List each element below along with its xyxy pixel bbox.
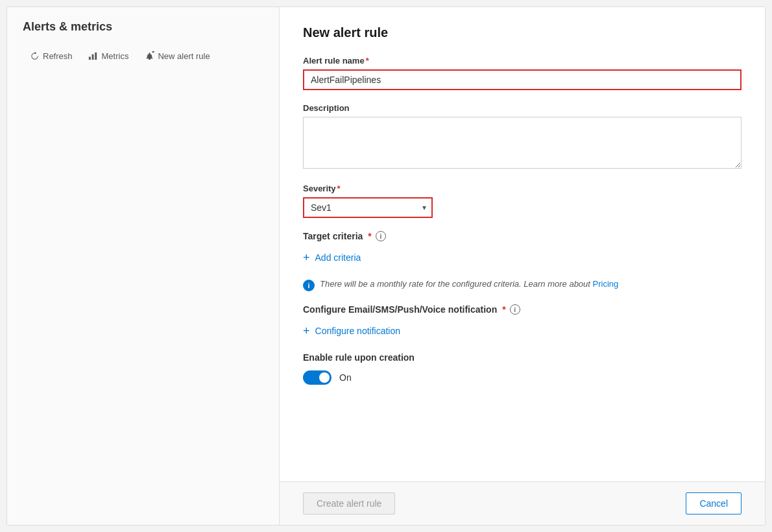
refresh-button[interactable]: Refresh: [23, 47, 79, 65]
svg-rect-1: [92, 54, 94, 59]
sidebar-toolbar: Refresh Metrics: [23, 47, 263, 65]
enable-rule-toggle[interactable]: [303, 370, 332, 385]
required-star-name: *: [366, 56, 369, 66]
alert-rule-name-input[interactable]: [303, 69, 742, 90]
required-star-criteria: *: [368, 231, 371, 241]
panel-footer: Create alert rule Cancel: [280, 481, 765, 525]
notification-info-icon: i: [510, 304, 520, 315]
target-criteria-group: Target criteria * i + Add criteria: [303, 231, 742, 266]
add-criteria-button[interactable]: + Add criteria: [303, 249, 361, 266]
info-banner: i There will be a monthly rate for the c…: [303, 279, 742, 291]
toggle-knob: [319, 372, 330, 383]
plus-icon-criteria: +: [303, 252, 310, 263]
cancel-button[interactable]: Cancel: [686, 492, 742, 514]
add-criteria-label: Add criteria: [315, 252, 361, 263]
info-banner-text: There will be a monthly rate for the con…: [320, 279, 618, 289]
severity-label: Severity*: [303, 184, 742, 193]
severity-select[interactable]: Sev0 Sev1 Sev2 Sev3 Sev4: [303, 197, 433, 218]
alert-rule-name-label: Alert rule name*: [303, 56, 742, 66]
create-alert-rule-button[interactable]: Create alert rule: [303, 492, 395, 514]
sidebar: Alerts & metrics Refresh: [7, 7, 280, 525]
description-textarea[interactable]: [303, 117, 742, 169]
configure-notification-group: Configure Email/SMS/Push/Voice notificat…: [303, 304, 742, 339]
enable-rule-label: Enable rule upon creation: [303, 352, 742, 363]
panel-content: New alert rule Alert rule name* Descript…: [280, 7, 765, 481]
severity-select-wrapper: Sev0 Sev1 Sev2 Sev3 Sev4 ▾: [303, 197, 433, 218]
target-criteria-label: Target criteria * i: [303, 231, 742, 241]
svg-rect-0: [89, 56, 91, 60]
new-alert-label: New alert rule: [158, 51, 210, 61]
metrics-icon: [88, 51, 99, 61]
info-icon: i: [303, 280, 315, 291]
required-star-severity: *: [337, 184, 341, 193]
svg-rect-2: [95, 52, 97, 59]
target-criteria-info-icon: i: [376, 231, 386, 241]
required-star-notification: *: [502, 304, 505, 315]
description-label: Description: [303, 103, 742, 113]
pricing-link[interactable]: Pricing: [593, 279, 619, 289]
toggle-state-label: On: [339, 372, 352, 383]
enable-rule-section: Enable rule upon creation On: [303, 352, 742, 385]
toggle-row: On: [303, 370, 742, 385]
refresh-icon: [29, 51, 40, 61]
refresh-label: Refresh: [43, 51, 73, 61]
svg-rect-4: [152, 51, 153, 53]
panel-title: New alert rule: [303, 25, 742, 40]
new-alert-icon: [144, 51, 154, 61]
plus-icon-notification: +: [303, 325, 310, 337]
metrics-label: Metrics: [102, 51, 129, 61]
new-alert-rule-button[interactable]: New alert rule: [138, 47, 216, 65]
description-group: Description: [303, 103, 742, 171]
metrics-button[interactable]: Metrics: [82, 47, 136, 65]
severity-group: Severity* Sev0 Sev1 Sev2 Sev3 Sev4 ▾: [303, 184, 742, 218]
configure-notification-label: Configure notification: [315, 326, 401, 336]
configure-notification-button[interactable]: + Configure notification: [303, 322, 400, 339]
right-panel: New alert rule Alert rule name* Descript…: [280, 7, 765, 525]
sidebar-title: Alerts & metrics: [23, 20, 263, 34]
configure-notification-section-label: Configure Email/SMS/Push/Voice notificat…: [303, 304, 742, 315]
alert-rule-name-group: Alert rule name*: [303, 56, 742, 90]
